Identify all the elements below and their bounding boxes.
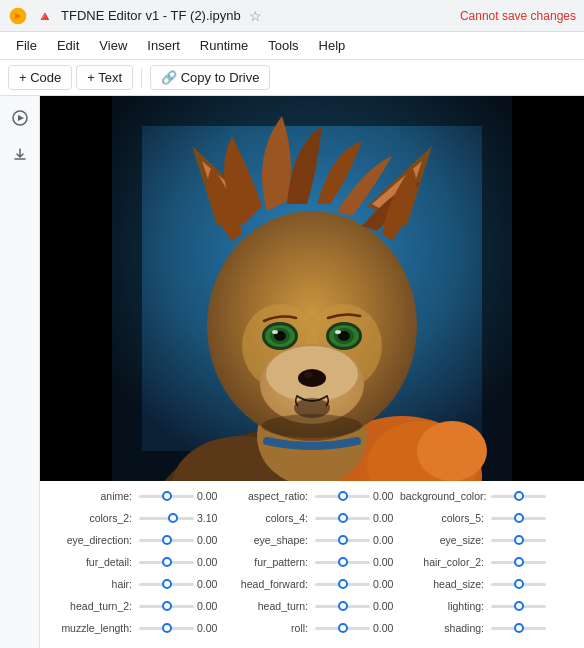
svg-point-27 — [335, 330, 341, 334]
slider-label-1-0: colors_2: — [48, 512, 136, 524]
slider-thumb-3-1[interactable] — [338, 557, 348, 567]
run-cell-button[interactable] — [6, 104, 34, 132]
svg-point-22 — [272, 330, 278, 334]
slider-track-3-0[interactable] — [139, 561, 194, 564]
add-code-button[interactable]: + Code — [8, 65, 72, 90]
slider-thumb-0-0[interactable] — [162, 491, 172, 501]
slider-cell-0-0: anime:0.00 — [48, 490, 224, 502]
slider-label-3-1: fur_pattern: — [224, 556, 312, 568]
slider-thumb-4-1[interactable] — [338, 579, 348, 589]
slider-value-3-0: 0.00 — [197, 556, 225, 568]
slider-value-6-1: 0.00 — [373, 622, 401, 634]
slider-cell-1-2: colors_5: — [400, 512, 576, 524]
slider-cell-5-0: head_turn_2:0.00 — [48, 600, 224, 612]
toolbar: + Code + Text 🔗 Copy to Drive — [0, 60, 584, 96]
slider-track-6-1[interactable] — [315, 627, 370, 630]
colab-logo — [8, 6, 28, 26]
slider-value-0-0: 0.00 — [197, 490, 225, 502]
slider-thumb-2-2[interactable] — [514, 535, 524, 545]
slider-label-4-0: hair: — [48, 578, 136, 590]
slider-track-5-0[interactable] — [139, 605, 194, 608]
menu-runtime[interactable]: Runtime — [192, 35, 256, 56]
slider-track-2-0[interactable] — [139, 539, 194, 542]
svg-point-31 — [262, 414, 362, 438]
slider-track-4-2[interactable] — [491, 583, 546, 586]
slider-track-0-0[interactable] — [139, 495, 194, 498]
slider-cell-5-2: lighting: — [400, 600, 576, 612]
slider-thumb-6-0[interactable] — [162, 623, 172, 633]
slider-thumb-0-2[interactable] — [514, 491, 524, 501]
slider-thumb-3-2[interactable] — [514, 557, 524, 567]
slider-cell-6-2: shading: — [400, 622, 576, 634]
slider-row-6: muzzle_length:0.00roll:0.00shading: — [48, 617, 576, 639]
slider-track-1-1[interactable] — [315, 517, 370, 520]
notebook-title: TFDNE Editor v1 - TF (2).ipynb — [61, 8, 241, 23]
slider-cell-4-1: head_forward:0.00 — [224, 578, 400, 590]
slider-thumb-5-2[interactable] — [514, 601, 524, 611]
slider-track-3-1[interactable] — [315, 561, 370, 564]
slider-row-2: eye_direction:0.00eye_shape:0.00eye_size… — [48, 529, 576, 551]
add-text-button[interactable]: + Text — [76, 65, 133, 90]
slider-track-1-2[interactable] — [491, 517, 546, 520]
cannot-save-label: Cannot save changes — [460, 9, 576, 23]
main-area: anime:0.00aspect_ratio:0.00background_co… — [0, 96, 584, 648]
slider-track-0-2[interactable] — [491, 495, 546, 498]
slider-track-1-0[interactable] — [139, 517, 194, 520]
slider-cell-2-1: eye_shape:0.00 — [224, 534, 400, 546]
slider-track-3-2[interactable] — [491, 561, 546, 564]
slider-track-6-2[interactable] — [491, 627, 546, 630]
menu-help[interactable]: Help — [311, 35, 354, 56]
slider-track-6-0[interactable] — [139, 627, 194, 630]
slider-label-5-2: lighting: — [400, 600, 488, 612]
copy-to-drive-button[interactable]: 🔗 Copy to Drive — [150, 65, 270, 90]
slider-cell-2-0: eye_direction:0.00 — [48, 534, 224, 546]
title-bar: 🔺 TFDNE Editor v1 - TF (2).ipynb ☆ Canno… — [0, 0, 584, 32]
slider-thumb-6-1[interactable] — [338, 623, 348, 633]
svg-point-29 — [304, 372, 312, 378]
slider-thumb-5-1[interactable] — [338, 601, 348, 611]
menu-file[interactable]: File — [8, 35, 45, 56]
slider-thumb-4-0[interactable] — [162, 579, 172, 589]
slider-value-0-1: 0.00 — [373, 490, 401, 502]
slider-thumb-1-0[interactable] — [168, 513, 178, 523]
slider-thumb-2-1[interactable] — [338, 535, 348, 545]
menu-insert[interactable]: Insert — [139, 35, 188, 56]
slider-thumb-5-0[interactable] — [162, 601, 172, 611]
slider-track-4-0[interactable] — [139, 583, 194, 586]
slider-thumb-1-1[interactable] — [338, 513, 348, 523]
slider-track-5-1[interactable] — [315, 605, 370, 608]
slider-cell-2-2: eye_size: — [400, 534, 576, 546]
menu-tools[interactable]: Tools — [260, 35, 306, 56]
slider-cell-5-1: head_turn:0.00 — [224, 600, 400, 612]
slider-thumb-0-1[interactable] — [338, 491, 348, 501]
slider-row-1: colors_2:3.10colors_4:0.00colors_5: — [48, 507, 576, 529]
slider-track-2-2[interactable] — [491, 539, 546, 542]
slider-thumb-3-0[interactable] — [162, 557, 172, 567]
slider-cell-3-1: fur_pattern:0.00 — [224, 556, 400, 568]
notebook-content: anime:0.00aspect_ratio:0.00background_co… — [40, 96, 584, 648]
slider-track-0-1[interactable] — [315, 495, 370, 498]
svg-point-28 — [298, 369, 326, 387]
slider-thumb-4-2[interactable] — [514, 579, 524, 589]
menu-bar: File Edit View Insert Runtime Tools Help — [0, 32, 584, 60]
play-icon — [12, 110, 28, 126]
star-icon[interactable]: ☆ — [249, 8, 262, 24]
slider-thumb-6-2[interactable] — [514, 623, 524, 633]
slider-label-2-1: eye_shape: — [224, 534, 312, 546]
slider-label-3-2: hair_color_2: — [400, 556, 488, 568]
slider-value-4-1: 0.00 — [373, 578, 401, 590]
slider-label-3-0: fur_detail: — [48, 556, 136, 568]
menu-view[interactable]: View — [91, 35, 135, 56]
slider-thumb-1-2[interactable] — [514, 513, 524, 523]
slider-track-5-2[interactable] — [491, 605, 546, 608]
slider-row-4: hair:0.00head_forward:0.00head_size: — [48, 573, 576, 595]
slider-label-1-1: colors_4: — [224, 512, 312, 524]
slider-track-2-1[interactable] — [315, 539, 370, 542]
left-sidebar — [0, 96, 40, 648]
slider-track-4-1[interactable] — [315, 583, 370, 586]
slider-label-4-2: head_size: — [400, 578, 488, 590]
menu-edit[interactable]: Edit — [49, 35, 87, 56]
export-button[interactable] — [6, 140, 34, 168]
svg-point-33 — [417, 421, 487, 481]
slider-thumb-2-0[interactable] — [162, 535, 172, 545]
